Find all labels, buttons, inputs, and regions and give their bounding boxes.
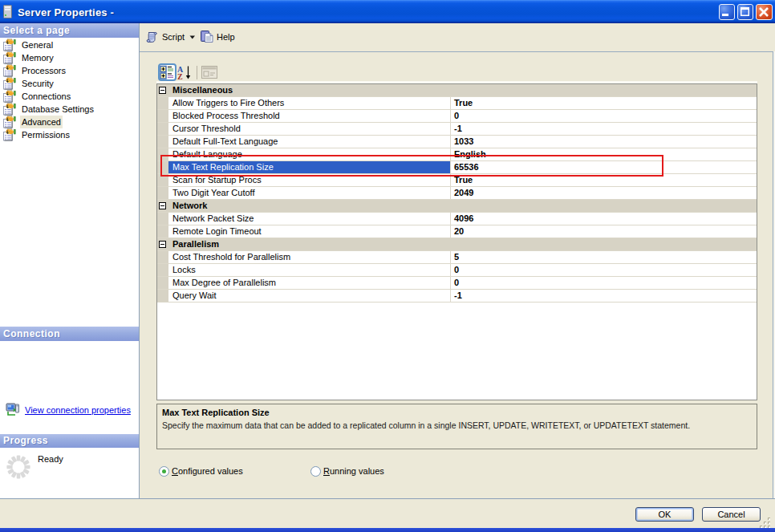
svg-text:Z: Z	[177, 72, 183, 80]
